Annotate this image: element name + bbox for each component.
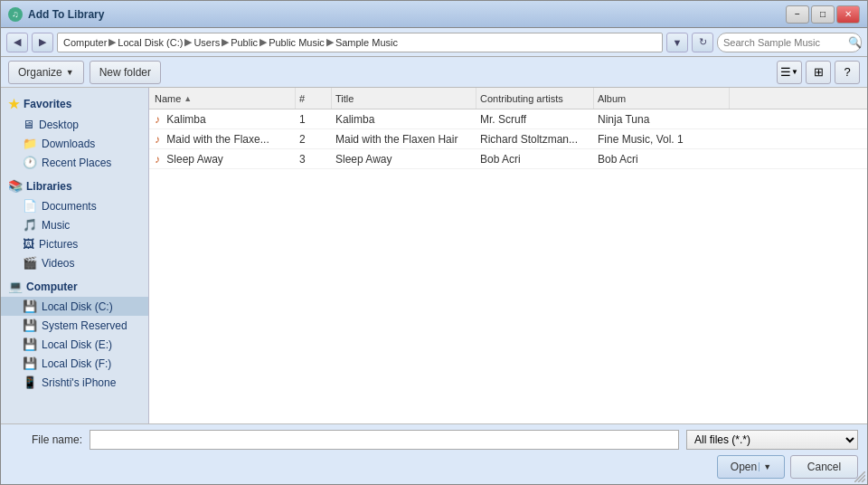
organize-arrow: ▼ — [66, 68, 74, 77]
close-button[interactable]: ✕ — [836, 5, 860, 24]
search-input[interactable] — [723, 37, 848, 48]
sidebar-item-recent-places[interactable]: 🕐 Recent Places — [1, 153, 148, 172]
sidebar-section-header-computer[interactable]: 💻 Computer — [1, 276, 148, 297]
sidebar-item-pictures[interactable]: 🖼 Pictures — [1, 234, 148, 253]
cancel-button[interactable]: Cancel — [790, 455, 858, 479]
libraries-label: Libraries — [26, 180, 72, 193]
file-name-cell: ♪ Maid with the Flaxe... — [151, 133, 296, 146]
col-title-label: Title — [335, 93, 354, 104]
recent-places-icon: 🕐 — [23, 156, 37, 169]
refresh-button[interactable]: ↻ — [692, 33, 713, 52]
sidebar-item-label: Downloads — [42, 138, 95, 150]
file-album-cell: Ninja Tuna — [594, 113, 730, 126]
documents-icon: 📄 — [23, 199, 37, 213]
pane-button[interactable]: ⊞ — [806, 61, 831, 84]
col-header-album[interactable]: Album — [594, 88, 730, 109]
open-label: Open — [731, 461, 757, 473]
col-album-label: Album — [598, 93, 626, 104]
local-disk-c-icon: 💾 — [23, 300, 37, 313]
sidebar-item-label: Srishti's iPhone — [42, 376, 116, 389]
videos-icon: 🎬 — [23, 256, 37, 270]
column-headers: Name ▲ # Title Contributing artists Albu… — [149, 88, 867, 109]
view-button[interactable]: ☰ ▼ — [777, 61, 802, 84]
table-row[interactable]: ♪ Maid with the Flaxe... 2 Maid with the… — [149, 129, 867, 149]
local-disk-e-icon: 💾 — [23, 338, 37, 351]
file-list: ♪ Kalimba 1 Kalimba Mr. Scruff Ninja Tun… — [149, 109, 867, 423]
sidebar-item-label: Videos — [42, 257, 74, 270]
file-name-cell: ♪ Sleep Away — [151, 153, 296, 166]
col-header-num[interactable]: # — [296, 88, 332, 109]
resize-handle[interactable] — [853, 470, 867, 484]
libraries-icon: 📚 — [8, 179, 23, 193]
minimize-button[interactable]: − — [786, 5, 809, 24]
table-row[interactable]: ♪ Sleep Away 3 Sleep Away Bob Acri Bob A… — [149, 149, 867, 169]
maximize-button[interactable]: □ — [811, 5, 835, 24]
sidebar-item-videos[interactable]: 🎬 Videos — [1, 253, 148, 272]
sidebar-section-header-favorites[interactable]: ★ Favorites — [1, 93, 148, 115]
sidebar-section-favorites: ★ Favorites 🖥 Desktop 📁 Downloads 🕐 Rece… — [1, 93, 148, 172]
col-name-label: Name — [155, 93, 181, 104]
path-segment: Public Music — [269, 37, 325, 48]
new-folder-label: New folder — [99, 66, 151, 79]
open-button[interactable]: Open ▼ — [717, 455, 785, 479]
svg-line-2 — [862, 479, 865, 482]
filetype-select[interactable]: All files (*.*) Music files (*.mp3;*.wma… — [686, 430, 858, 450]
pane-icon: ⊞ — [814, 65, 824, 79]
file-artist-cell: Richard Stoltzman... — [476, 133, 594, 146]
window-title: Add To Library — [28, 8, 786, 21]
iphone-icon: 📱 — [23, 376, 37, 389]
sidebar-item-local-disk-e[interactable]: 💾 Local Disk (E:) — [1, 335, 148, 354]
address-dropdown-button[interactable]: ▼ — [666, 33, 688, 52]
toolbar-right: ☰ ▼ ⊞ ? — [777, 61, 860, 84]
system-reserved-icon: 💾 — [23, 319, 37, 332]
path-segment: Local Disk (C:) — [118, 37, 183, 48]
sidebar-item-desktop[interactable]: 🖥 Desktop — [1, 115, 148, 134]
sidebar-item-downloads[interactable]: 📁 Downloads — [1, 134, 148, 153]
file-title-cell: Kalimba — [332, 113, 476, 126]
help-icon: ? — [844, 65, 850, 79]
organize-button[interactable]: Organize ▼ — [8, 61, 84, 84]
col-header-artist[interactable]: Contributing artists — [476, 88, 594, 109]
col-num-label: # — [299, 93, 305, 104]
computer-icon: 💻 — [8, 280, 23, 293]
new-folder-button[interactable]: New folder — [90, 61, 161, 84]
sidebar-item-documents[interactable]: 📄 Documents — [1, 196, 148, 215]
file-title-cell: Sleep Away — [332, 153, 476, 166]
sidebar-item-label: Documents — [42, 200, 97, 213]
sidebar-item-system-reserved[interactable]: 💾 System Reserved — [1, 316, 148, 335]
bottom-bar: File name: All files (*.*) Music files (… — [1, 423, 867, 484]
filename-input[interactable] — [90, 430, 679, 450]
sidebar-item-local-disk-c[interactable]: 💾 Local Disk (C:) — [1, 297, 148, 316]
star-icon: ★ — [8, 97, 20, 111]
sidebar-item-label: Local Disk (E:) — [42, 338, 112, 351]
sidebar-item-label: Pictures — [39, 238, 78, 251]
forward-button[interactable]: ▶ — [32, 33, 53, 52]
sidebar-item-label: Desktop — [39, 119, 79, 131]
address-path[interactable]: Computer ▶ Local Disk (C:) ▶ Users ▶ Pub… — [57, 33, 663, 52]
back-button[interactable]: ◀ — [6, 33, 28, 52]
sidebar: ★ Favorites 🖥 Desktop 📁 Downloads 🕐 Rece… — [1, 88, 149, 423]
file-name: Maid with the Flaxe... — [166, 133, 269, 146]
table-row[interactable]: ♪ Kalimba 1 Kalimba Mr. Scruff Ninja Tun… — [149, 109, 867, 129]
sidebar-item-label: System Reserved — [42, 319, 127, 332]
sidebar-item-music[interactable]: 🎵 Music — [1, 215, 148, 234]
sidebar-section-header-libraries[interactable]: 📚 Libraries — [1, 176, 148, 196]
music-file-icon: ♪ — [155, 113, 160, 126]
file-area: Name ▲ # Title Contributing artists Albu… — [149, 88, 867, 423]
help-button[interactable]: ? — [835, 61, 860, 84]
buttons-row: Open ▼ Cancel — [10, 455, 858, 479]
file-name-cell: ♪ Kalimba — [151, 113, 296, 126]
sidebar-item-srishtis-iphone[interactable]: 📱 Srishti's iPhone — [1, 373, 148, 392]
sidebar-section-libraries: 📚 Libraries 📄 Documents 🎵 Music 🖼 Pictur… — [1, 176, 148, 272]
sidebar-item-label: Local Disk (C:) — [42, 300, 113, 313]
sidebar-item-local-disk-f[interactable]: 💾 Local Disk (F:) — [1, 354, 148, 373]
col-header-title[interactable]: Title — [332, 88, 476, 109]
file-album-cell: Fine Music, Vol. 1 — [594, 133, 730, 146]
search-box[interactable]: 🔍 — [717, 33, 862, 52]
main-area: ★ Favorites 🖥 Desktop 📁 Downloads 🕐 Rece… — [1, 88, 867, 423]
pictures-icon: 🖼 — [23, 237, 34, 251]
col-header-name[interactable]: Name ▲ — [151, 88, 296, 109]
title-bar: ♫ Add To Library − □ ✕ — [1, 1, 867, 28]
file-num-cell: 3 — [296, 153, 332, 166]
local-disk-f-icon: 💾 — [23, 357, 37, 370]
